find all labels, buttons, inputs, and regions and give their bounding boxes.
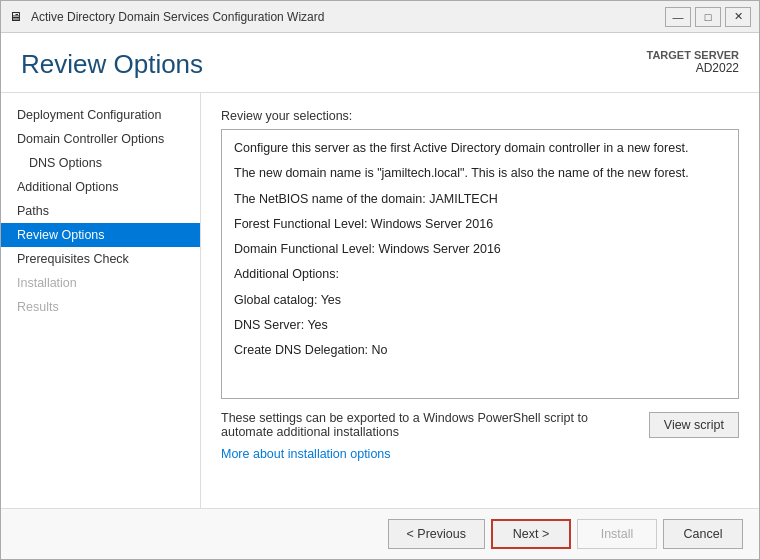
sidebar-item[interactable]: Deployment Configuration: [1, 103, 200, 127]
export-section: These settings can be exported to a Wind…: [221, 411, 739, 439]
more-link[interactable]: More about installation options: [221, 447, 739, 461]
review-line: DNS Server: Yes: [234, 315, 726, 336]
review-line: The NetBIOS name of the domain: JAMILTEC…: [234, 189, 726, 210]
export-text: These settings can be exported to a Wind…: [221, 411, 637, 439]
app-icon: 🖥: [9, 9, 25, 25]
view-script-button[interactable]: View script: [649, 412, 739, 438]
target-server-info: TARGET SERVER AD2022: [647, 49, 740, 75]
sidebar-item[interactable]: Paths: [1, 199, 200, 223]
sidebar-item[interactable]: Domain Controller Options: [1, 127, 200, 151]
footer: < Previous Next > Install Cancel: [1, 508, 759, 559]
sidebar-item[interactable]: Additional Options: [1, 175, 200, 199]
content-panel: Review your selections: Configure this s…: [201, 93, 759, 508]
review-label: Review your selections:: [221, 109, 739, 123]
window-title: Active Directory Domain Services Configu…: [31, 10, 665, 24]
sidebar-item[interactable]: Prerequisites Check: [1, 247, 200, 271]
sidebar-item[interactable]: Review Options: [1, 223, 200, 247]
close-button[interactable]: ✕: [725, 7, 751, 27]
install-button: Install: [577, 519, 657, 549]
page-title: Review Options: [21, 49, 203, 80]
next-button[interactable]: Next >: [491, 519, 571, 549]
cancel-button[interactable]: Cancel: [663, 519, 743, 549]
review-line: Configure this server as the first Activ…: [234, 138, 726, 159]
review-line: Additional Options:: [234, 264, 726, 285]
review-line: Domain Functional Level: Windows Server …: [234, 239, 726, 260]
review-line: Forest Functional Level: Windows Server …: [234, 214, 726, 235]
body-area: Deployment ConfigurationDomain Controlle…: [1, 93, 759, 508]
title-bar: 🖥 Active Directory Domain Services Confi…: [1, 1, 759, 33]
previous-button[interactable]: < Previous: [388, 519, 485, 549]
review-line: The new domain name is "jamiltech.local"…: [234, 163, 726, 184]
review-line: Create DNS Delegation: No: [234, 340, 726, 361]
target-server-value: AD2022: [647, 61, 740, 75]
review-line: Global catalog: Yes: [234, 290, 726, 311]
sidebar-item: Installation: [1, 271, 200, 295]
header: Review Options TARGET SERVER AD2022: [1, 33, 759, 93]
window-controls: — □ ✕: [665, 7, 751, 27]
target-server-label: TARGET SERVER: [647, 49, 740, 61]
minimize-button[interactable]: —: [665, 7, 691, 27]
review-box[interactable]: Configure this server as the first Activ…: [221, 129, 739, 399]
sidebar-item: Results: [1, 295, 200, 319]
maximize-button[interactable]: □: [695, 7, 721, 27]
sidebar: Deployment ConfigurationDomain Controlle…: [1, 93, 201, 508]
sidebar-item[interactable]: DNS Options: [1, 151, 200, 175]
main-content: Review Options TARGET SERVER AD2022 Depl…: [1, 33, 759, 559]
